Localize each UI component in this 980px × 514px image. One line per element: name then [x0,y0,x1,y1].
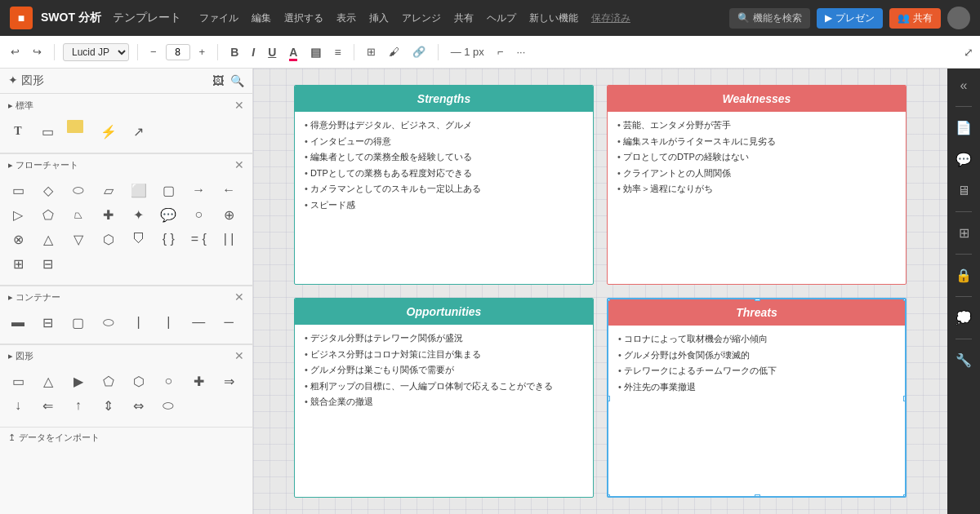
menu-insert[interactable]: 挿入 [369,11,389,25]
more-button[interactable]: ··· [512,43,529,60]
fc-rect[interactable]: ▭ [7,179,29,202]
menu-view[interactable]: 表示 [336,11,356,25]
page-icon[interactable]: 📄 [952,117,975,139]
fc-plus[interactable]: ⊕ [217,203,240,226]
sh-pentagon[interactable]: ⬠ [97,370,120,392]
menu-help[interactable]: ヘルプ [487,11,516,25]
ct-rect1[interactable]: ▬ [7,311,29,334]
share-button[interactable]: 👥 共有 [889,8,941,29]
fc-parallelogram[interactable]: ▱ [97,179,120,202]
fc-triangle[interactable]: △ [37,228,60,250]
sh-triangle[interactable]: △ [37,370,60,392]
lightning-shape[interactable]: ⚡ [97,120,120,143]
stroke-button[interactable]: — 1 px [447,43,488,60]
text-shape[interactable]: T [7,120,29,143]
fc-brace[interactable]: { } [157,228,180,250]
sh-arrow-ud[interactable]: ⇕ [97,394,120,417]
fc-cross[interactable]: ✚ [97,203,120,226]
sh-arrow-lr[interactable]: ⇔ [127,394,150,417]
sh-cross[interactable]: ✚ [187,370,210,392]
bold-button[interactable]: B [226,43,243,61]
shapes2-close[interactable]: ✕ [234,349,244,362]
sh-arrow-left2[interactable]: ⇐ [37,394,60,417]
fc-pentagon[interactable]: ⬠ [37,203,60,226]
bubble-icon[interactable]: 💭 [952,307,975,329]
fc-lines[interactable]: | | [217,228,240,250]
ct-hbar[interactable]: — [187,311,210,334]
corner-button[interactable]: ⌐ [493,43,508,60]
fc-diamond[interactable]: ◇ [37,179,60,202]
menu-new-feature[interactable]: 新しい機能 [529,11,578,25]
sh-rect[interactable]: ▭ [7,370,29,392]
menu-edit[interactable]: 編集 [252,11,271,25]
font-size-decrease[interactable]: − [146,43,161,60]
arrow-shape[interactable]: ↗ [127,120,150,143]
sh-arrow-right2[interactable]: ⇒ [217,370,240,392]
canvas-area[interactable]: Strengths 得意分野はデジタル、ビジネス、グルメ インタビューの得意 編… [253,69,947,514]
ct-pipe2[interactable]: | [157,311,180,334]
comment-icon[interactable]: 💬 [952,148,975,171]
yellow-shape[interactable] [67,120,83,133]
sh-arrow-up[interactable]: ↑ [67,394,90,417]
lock-icon[interactable]: 🔒 [952,264,975,286]
highlight-button[interactable]: ▤ [306,43,325,61]
fc-arrow-left[interactable]: ← [217,179,240,202]
container-close[interactable]: ✕ [234,290,244,304]
fc-star[interactable]: ✦ [127,203,150,226]
font-selector[interactable]: Lucid JP [63,43,129,61]
menu-file[interactable]: ファイル [199,11,238,25]
layers-icon[interactable]: ⊞ [956,222,973,244]
ct-rounded[interactable]: ▢ [67,311,90,334]
paint-button[interactable]: 🖌 [385,43,403,60]
search-shapes-icon[interactable]: 🔍 [230,74,244,87]
collapse-icon[interactable]: « [957,75,971,96]
fc-xmark[interactable]: ⊗ [7,228,29,250]
expand-button[interactable]: ⤢ [964,46,973,59]
fc-grid[interactable]: ⊟ [37,252,60,275]
ct-dash[interactable]: ⊟ [37,311,60,334]
sh-arrow-down[interactable]: ↓ [7,394,29,417]
redo-button[interactable]: ↪ [29,43,46,60]
italic-button[interactable]: I [247,43,259,61]
fc-chevron[interactable]: ▷ [7,203,29,226]
menu-arrange[interactable]: アレンジ [402,11,441,25]
shapes-top-icon[interactable]: ✦ 図形 [8,73,44,88]
fc-table[interactable]: ⊞ [7,252,29,275]
sh-oval[interactable]: ⬭ [157,394,180,417]
fc-trapezoid[interactable]: ⏢ [67,203,90,226]
fc-rounded[interactable]: ▢ [157,179,180,202]
search-feature-button[interactable]: 🔍 機能を検索 [729,8,810,29]
fc-cylinder[interactable]: ⬜ [127,179,150,202]
ct-pipe1[interactable]: | [127,311,150,334]
ct-oval[interactable]: ⬭ [97,311,120,334]
link-button[interactable]: 🔗 [408,43,430,60]
present-button[interactable]: ▶ プレゼン [817,8,883,29]
table-button[interactable]: ⊞ [363,43,380,60]
underline-button[interactable]: U [264,43,280,61]
fc-hexa[interactable]: ⬡ [97,228,120,250]
menu-share[interactable]: 共有 [454,11,474,25]
fc-arrow-right[interactable]: → [187,179,210,202]
fc-circle[interactable]: ○ [187,203,210,226]
menu-select[interactable]: 選択する [284,11,323,25]
image-icon[interactable]: 🖼 [212,74,224,87]
rect-shape[interactable]: ▭ [37,120,60,143]
import-button[interactable]: ↥ データをインポート [0,428,252,448]
wrench-icon[interactable]: 🔧 [952,349,975,371]
font-size-increase[interactable]: + [195,43,210,60]
threats-card[interactable]: Threats コロナによって取材機会が縮小傾向 グルメ分野は外食関係が壊滅的 … [607,298,906,498]
sh-circle[interactable]: ○ [157,370,180,392]
fc-oval[interactable]: ⬭ [67,179,90,202]
align-button[interactable]: ≡ [330,43,345,61]
sh-hexagon[interactable]: ⬡ [127,370,150,392]
undo-button[interactable]: ↩ [7,43,24,60]
ct-hbar2[interactable]: ─ [217,311,240,334]
fc-bracket[interactable]: = { [187,228,210,250]
fc-callout[interactable]: 💬 [157,203,180,226]
fc-shield[interactable]: ⛉ [127,228,150,250]
sh-rtarrow[interactable]: ▶ [67,370,90,392]
fc-down-tri[interactable]: ▽ [67,228,90,250]
standard-close[interactable]: ✕ [234,99,244,112]
monitor-icon[interactable]: 🖥 [954,180,973,202]
color-button[interactable]: A [285,43,301,61]
